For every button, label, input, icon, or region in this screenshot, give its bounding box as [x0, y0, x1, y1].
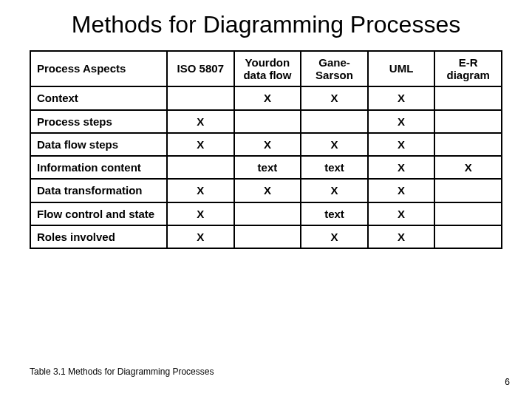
cell	[434, 133, 502, 156]
table-row: Context X X X	[30, 86, 502, 109]
cell	[301, 110, 368, 133]
cell	[434, 179, 502, 202]
cell	[434, 202, 502, 225]
page-title: Methods for Diagramming Processes	[30, 11, 502, 38]
cell	[434, 225, 502, 248]
col-header: Gane-Sarson	[301, 51, 368, 87]
row-label: Process steps	[30, 110, 167, 133]
table-row: Process steps X X	[30, 110, 502, 133]
page-number: 6	[505, 377, 510, 387]
cell: X	[167, 133, 234, 156]
cell: X	[434, 156, 502, 179]
cell	[434, 110, 502, 133]
slide: Methods for Diagramming Processes Proces…	[0, 0, 532, 399]
row-label: Information content	[30, 156, 167, 179]
cell: X	[301, 225, 368, 248]
cell: X	[368, 133, 435, 156]
table-body: Context X X X Process steps X X Data flo…	[30, 86, 502, 248]
row-label: Data transformation	[30, 179, 167, 202]
cell	[234, 110, 301, 133]
cell: text	[301, 202, 368, 225]
cell: X	[234, 133, 301, 156]
cell: X	[368, 202, 435, 225]
col-header: E-R diagram	[434, 51, 502, 87]
cell: text	[234, 156, 301, 179]
table-row: Data transformation X X X X	[30, 179, 502, 202]
cell: X	[368, 156, 435, 179]
cell: X	[368, 86, 435, 109]
row-label: Roles involved	[30, 225, 167, 248]
cell: X	[167, 202, 234, 225]
cell	[234, 202, 301, 225]
cell: X	[368, 179, 435, 202]
col-header: Yourdon data flow	[234, 51, 301, 87]
table-header-row: Process Aspects ISO 5807 Yourdon data fl…	[30, 51, 502, 87]
cell: X	[301, 86, 368, 109]
row-label: Flow control and state	[30, 202, 167, 225]
cell	[167, 156, 234, 179]
cell: X	[234, 86, 301, 109]
table-head: Process Aspects ISO 5807 Yourdon data fl…	[30, 51, 502, 87]
cell: text	[301, 156, 368, 179]
row-label: Data flow steps	[30, 133, 167, 156]
cell	[434, 86, 502, 109]
cell: X	[301, 179, 368, 202]
table-row: Roles involved X X X	[30, 225, 502, 248]
row-label: Context	[30, 86, 167, 109]
cell: X	[368, 225, 435, 248]
table-corner: Process Aspects	[30, 51, 167, 87]
col-header: ISO 5807	[167, 51, 234, 87]
cell: X	[368, 110, 435, 133]
cell	[167, 86, 234, 109]
comparison-table: Process Aspects ISO 5807 Yourdon data fl…	[30, 50, 502, 249]
col-header: UML	[368, 51, 435, 87]
cell	[234, 225, 301, 248]
cell: X	[301, 133, 368, 156]
table-row: Data flow steps X X X X	[30, 133, 502, 156]
cell: X	[167, 225, 234, 248]
cell: X	[234, 179, 301, 202]
table-caption: Table 3.1 Methods for Diagramming Proces…	[30, 366, 214, 377]
table-row: Flow control and state X text X	[30, 202, 502, 225]
cell: X	[167, 110, 234, 133]
cell: X	[167, 179, 234, 202]
table-row: Information content text text X X	[30, 156, 502, 179]
